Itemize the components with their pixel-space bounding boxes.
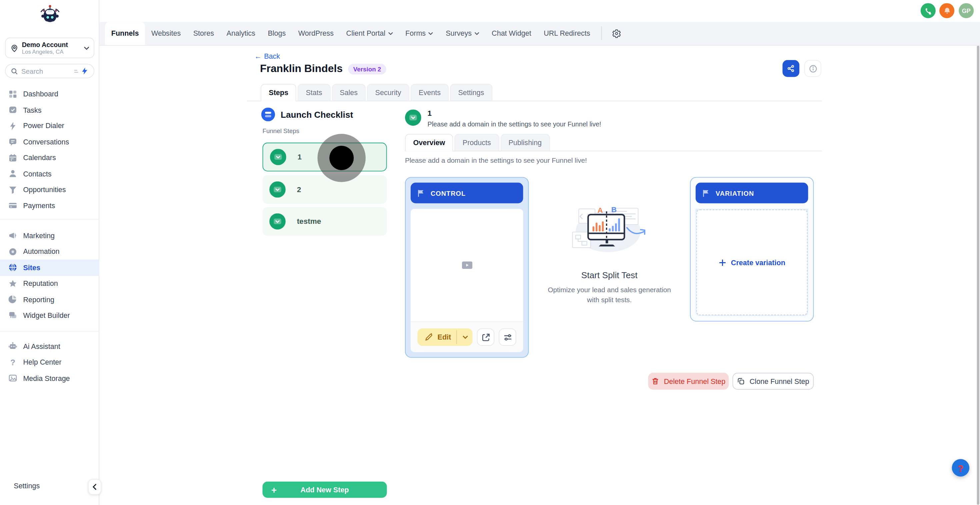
account-name: Demo Account [22,40,68,49]
share-button[interactable] [783,60,800,77]
sidebar-item-reporting[interactable]: Reporting [0,292,99,307]
help-fab-button[interactable]: ? [952,459,970,476]
sidebar-item-widget-builder[interactable]: Widget Builder [0,307,99,323]
info-button[interactable] [804,60,821,77]
nav-tab-url-redirects[interactable]: URL Redirects [537,22,597,45]
funnel-step-item-testme[interactable]: testme [262,207,387,236]
tab-overview[interactable]: Overview [405,134,453,151]
brand-robot-logo-icon [38,4,62,27]
account-location: Los Angeles, CA [22,49,68,55]
sidebar-item-payments[interactable]: Payments [0,198,99,214]
clone-funnel-step-button[interactable]: Clone Funnel Step [733,373,814,390]
robot-icon [8,342,18,351]
nav-tab-funnels[interactable]: Funnels [105,22,145,45]
tab-publishing[interactable]: Publishing [500,134,550,151]
svg-text:B: B [611,206,617,214]
power-dialer-bolt-icon [8,121,18,131]
question-mark-icon: ? [958,463,963,473]
page-content: ← Back Franklin Bindels Version 2 Steps … [99,46,980,505]
sidebar-item-automation[interactable]: Automation [0,244,99,260]
location-pin-icon [10,43,19,52]
notifications-button[interactable] [939,3,955,18]
sidebar-item-reputation[interactable]: Reputation [0,276,99,292]
sidebar-item-calendars[interactable]: Calendars [0,150,99,166]
funnel-settings-gear-button[interactable] [606,22,628,45]
back-link[interactable]: ← Back [255,53,280,61]
sidebar-menu-secondary: Marketing Automation Sites Reputation Re… [0,228,99,323]
bell-icon [943,7,951,15]
share-icon [787,64,795,72]
tab-sales[interactable]: Sales [332,84,366,101]
sidebar-item-marketing[interactable]: Marketing [0,228,99,244]
widget-builder-icon [8,311,18,320]
tab-security[interactable]: Security [367,84,409,101]
user-avatar[interactable]: GP [959,3,974,18]
sidebar-collapse-button[interactable] [88,479,101,495]
control-page-preview[interactable] [410,209,523,322]
star-icon [8,279,18,288]
pie-chart-icon [8,295,18,304]
nav-tab-surveys[interactable]: Surveys [439,22,485,45]
sliders-icon [503,333,512,342]
conversations-icon [8,137,18,147]
sidebar-item-help-center[interactable]: ? Help Center [0,354,99,370]
sidebar-item-ai-assistant[interactable]: Ai Assistant [0,338,99,354]
sidebar-item-tasks[interactable]: Tasks [0,102,99,118]
cursor-click-indicator [318,134,366,182]
quick-actions-bolt-icon[interactable] [81,67,89,75]
nav-tab-blogs[interactable]: Blogs [262,22,292,45]
sidebar-item-dashboard[interactable]: Dashboard [0,86,99,102]
tab-steps[interactable]: Steps [261,84,296,101]
variation-body: Create variation [696,209,808,316]
nav-tab-wordpress[interactable]: WordPress [292,22,340,45]
app-navbar: Funnels Websites Stores Analytics Blogs … [99,22,980,46]
domain-notice: Please add a domain in the settings to s… [405,156,587,164]
step-detail-tabs: Overview Products Publishing [405,134,822,151]
create-variation-button[interactable]: Create variation [718,259,785,266]
launch-checklist[interactable]: Launch Checklist [261,108,353,121]
split-test-title: Start Split Test [581,270,638,280]
open-page-external-button[interactable] [477,328,495,346]
automation-icon [8,247,18,256]
vertical-scrollbar[interactable] [977,46,979,505]
sidebar-menu-tertiary: Ai Assistant ? Help Center Media Storage [0,338,99,386]
step-envelope-icon [269,182,286,198]
edit-split-button[interactable]: Edit [418,328,473,346]
nav-tab-analytics[interactable]: Analytics [220,22,262,45]
sidebar-item-conversations[interactable]: Conversations [0,134,99,150]
tab-events[interactable]: Events [410,84,449,101]
account-switcher[interactable]: Demo Account Los Angeles, CA [5,38,94,58]
app-viewport: Demo Account Los Angeles, CA Dashboard [0,0,980,505]
step-options-sliders-button[interactable] [499,328,516,346]
edit-dropdown-chevron[interactable] [463,335,468,339]
sidebar-item-opportunities[interactable]: Opportunities [0,182,99,198]
chevron-down-icon [428,32,433,35]
sidebar-item-media-storage[interactable]: Media Storage [0,370,99,386]
tab-products[interactable]: Products [454,134,499,151]
nav-tab-chat-widget[interactable]: Chat Widget [485,22,537,45]
tab-stats[interactable]: Stats [298,84,330,101]
delete-funnel-step-button[interactable]: Delete Funnel Step [648,373,729,390]
search-input[interactable] [21,67,68,75]
launch-checklist-icon [261,108,275,121]
sidebar-item-contacts[interactable]: Contacts [0,166,99,182]
nav-tab-stores[interactable]: Stores [187,22,220,45]
back-arrow-icon: ← [255,53,262,61]
gear-icon [612,29,621,38]
search-icon [11,67,18,75]
funnel-step-item-2[interactable]: 2 [262,175,387,204]
pencil-icon [424,333,433,342]
sidebar-item-settings[interactable]: Settings [8,482,40,490]
phone-call-button[interactable] [921,3,935,18]
nav-tab-websites[interactable]: Websites [145,22,187,45]
tab-settings[interactable]: Settings [450,84,492,101]
nav-tab-forms[interactable]: Forms [399,22,439,45]
plus-icon: + [271,485,277,495]
add-new-step-button[interactable]: + Add New Step [262,482,387,498]
sidebar-item-power-dialer[interactable]: Power Dialer [0,118,99,134]
phone-icon [924,7,932,15]
control-toolbar: Edit [410,322,523,352]
chevron-down-icon [388,32,393,35]
sidebar-item-sites[interactable]: Sites [0,260,99,276]
nav-tab-client-portal[interactable]: Client Portal [340,22,399,45]
